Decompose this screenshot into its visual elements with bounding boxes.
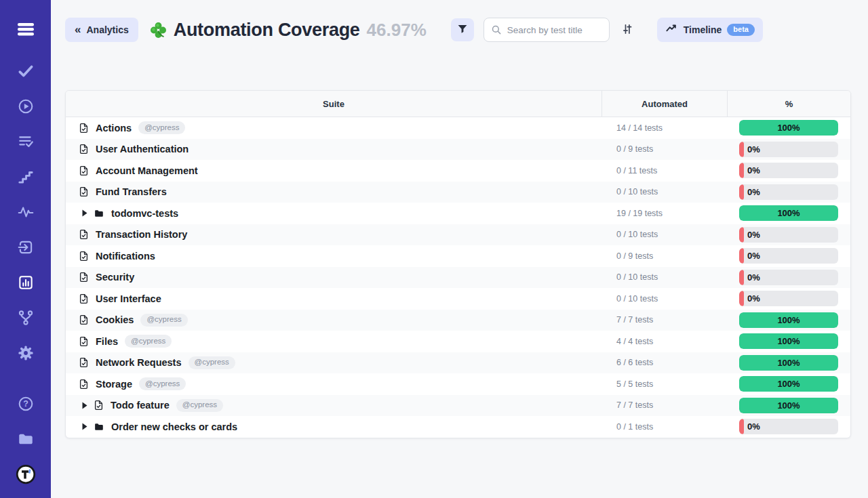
automated-count: 0 / 10 tests [601, 294, 727, 304]
folder-icon [16, 430, 35, 448]
sidebar-item-runs[interactable] [12, 95, 39, 118]
file-check-icon [78, 186, 90, 198]
percent-cell: 0% [727, 163, 850, 178]
git-branch-icon [17, 309, 35, 327]
sidebar-item-branches[interactable] [12, 306, 39, 329]
suite-cell: todomvc-tests [66, 208, 601, 219]
suite-tag: @cypress [138, 121, 185, 134]
table-row[interactable]: Network Requests @cypress 6 / 6 tests 10… [66, 352, 850, 374]
file-check-icon [78, 356, 90, 369]
check-icon [17, 62, 35, 80]
automated-count: 0 / 10 tests [601, 230, 727, 239]
percent-bar: 100% [739, 333, 838, 349]
table-row[interactable]: Order new checks or cards 0 / 1 tests 0% [66, 416, 850, 438]
suite-cell: Storage @cypress [66, 377, 601, 390]
automated-count: 14 / 14 tests [601, 123, 727, 133]
table-row[interactable]: todomvc-tests 19 / 19 tests 100% [66, 203, 850, 224]
suite-name: User Authentication [96, 144, 189, 154]
timeline-button[interactable]: Timeline beta [657, 18, 763, 42]
suite-name: Security [96, 272, 134, 283]
suite-name: User Interface [96, 293, 161, 304]
automated-count: 0 / 10 tests [601, 187, 727, 196]
sidebar-item-test-plans[interactable] [12, 130, 39, 153]
table-row[interactable]: Todo feature @cypress 7 / 7 tests 100% [66, 395, 850, 417]
filter-button[interactable] [451, 18, 474, 41]
automated-count: 0 / 10 tests [601, 272, 727, 282]
table-row[interactable]: User Interface 0 / 10 tests 0% [66, 288, 850, 310]
suite-tag: @cypress [189, 356, 235, 369]
sidebar-item-projects[interactable] [12, 428, 39, 451]
expand-caret-icon[interactable] [82, 402, 87, 409]
expand-caret-icon[interactable] [82, 423, 87, 430]
suite-cell: Actions @cypress [66, 121, 601, 134]
coverage-table: Suite Automated % Actions @cypress 14 / … [65, 90, 851, 438]
column-header-automated[interactable]: Automated [601, 91, 727, 117]
table-row[interactable]: Transaction History 0 / 10 tests 0% [66, 224, 850, 246]
trend-line-icon [665, 22, 678, 37]
file-check-icon [78, 335, 90, 348]
columns-settings-button[interactable] [616, 18, 638, 41]
percent-label: 100% [739, 120, 838, 136]
suite-name: Order new checks or cards [111, 421, 237, 432]
sidebar-item-tests[interactable] [12, 60, 39, 83]
automated-count: 5 / 5 tests [601, 379, 727, 389]
suite-name: Storage [96, 379, 132, 390]
table-row[interactable]: Cookies @cypress 7 / 7 tests 100% [66, 310, 850, 331]
percent-label: 0% [747, 227, 760, 243]
automated-count: 0 / 9 tests [601, 251, 727, 261]
sidebar-item-help[interactable]: ? [12, 392, 39, 415]
suite-name: Files [96, 336, 118, 347]
column-header-percent[interactable]: % [727, 91, 850, 117]
table-row[interactable]: Account Management 0 / 11 tests 0% [66, 160, 850, 182]
suite-cell: Notifications [66, 250, 601, 262]
percent-label: 100% [739, 376, 838, 392]
table-row[interactable]: Actions @cypress 14 / 14 tests 100% [66, 117, 850, 139]
percent-cell: 0% [727, 248, 850, 264]
suite-cell: Cookies @cypress [66, 314, 601, 327]
expand-caret-icon[interactable] [82, 209, 87, 217]
percent-cell: 0% [727, 227, 850, 243]
sidebar-item-pulse[interactable] [12, 201, 39, 224]
testomat-logo-icon [16, 464, 36, 484]
suite-name: todomvc-tests [111, 208, 178, 219]
sidebar-item-steps[interactable] [12, 165, 39, 188]
suite-name: Cookies [96, 314, 134, 325]
percent-label: 0% [747, 163, 760, 178]
percent-fill [739, 227, 744, 243]
file-check-icon [78, 293, 90, 305]
table-row[interactable]: Security 0 / 10 tests 0% [66, 267, 850, 289]
percent-label: 100% [739, 355, 838, 371]
sidebar-item-import[interactable] [12, 236, 39, 259]
sidebar-item-analytics[interactable] [12, 271, 39, 294]
sidebar-item-settings[interactable] [12, 341, 39, 365]
funnel-icon [456, 23, 469, 37]
table-row[interactable]: User Authentication 0 / 9 tests 0% [66, 139, 850, 161]
suite-cell: Network Requests @cypress [66, 356, 601, 369]
percent-label: 0% [747, 248, 760, 264]
list-check-icon [17, 133, 35, 150]
topbar: « Analytics Automation Coverage 46.97% [65, 0, 851, 42]
percent-fill [739, 142, 744, 157]
file-check-icon [78, 228, 90, 241]
column-header-suite[interactable]: Suite [66, 91, 601, 117]
suite-name: Todo feature [111, 400, 170, 411]
percent-fill [739, 291, 744, 306]
table-row[interactable]: Fund Transfers 0 / 10 tests 0% [66, 182, 850, 203]
back-to-analytics-button[interactable]: « Analytics [65, 18, 138, 42]
table-row[interactable]: Notifications 0 / 9 tests 0% [66, 245, 850, 267]
file-check-icon [78, 143, 90, 155]
percent-cell: 100% [727, 333, 850, 349]
automated-count: 7 / 7 tests [601, 315, 727, 325]
table-row[interactable]: Files @cypress 4 / 4 tests 100% [66, 331, 850, 352]
svg-text:?: ? [23, 399, 28, 409]
suite-tag: @cypress [125, 335, 172, 348]
file-check-icon [78, 165, 90, 177]
menu-button[interactable] [12, 18, 39, 41]
table-row[interactable]: Storage @cypress 5 / 5 tests 100% [66, 373, 850, 395]
app-logo[interactable] [12, 463, 39, 486]
percent-fill [739, 163, 744, 178]
suite-name: Actions [96, 123, 132, 133]
automated-count: 6 / 6 tests [601, 358, 727, 367]
percent-bar: 0% [739, 270, 838, 285]
file-check-icon [78, 314, 90, 326]
